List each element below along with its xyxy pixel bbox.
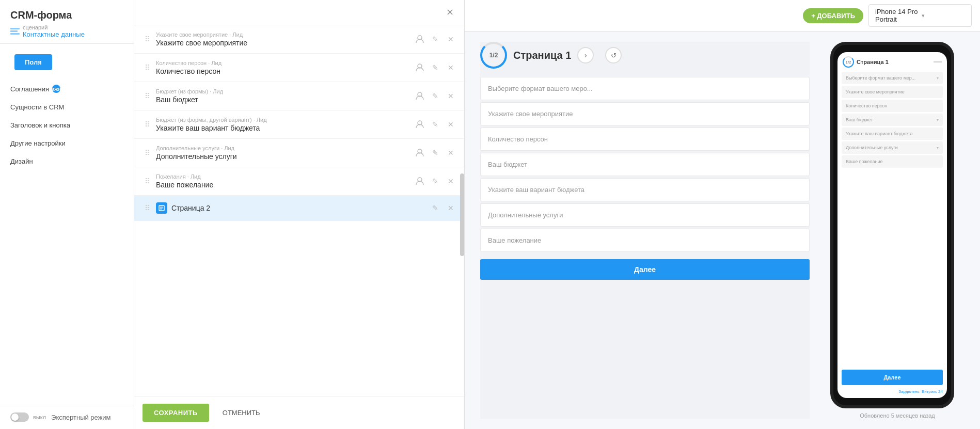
sidebar-item-header-button[interactable]: Заголовок и кнопка: [0, 116, 134, 134]
desktop-field-3: Ваш бюджет: [480, 153, 810, 176]
mobile-page-indicator: 1/2: [845, 60, 851, 65]
field-actions: ✎ ✕: [414, 118, 457, 131]
entities-label: Сущности в CRM: [10, 103, 64, 111]
refresh-button[interactable]: ↺: [605, 47, 622, 63]
right-toolbar: + ДОБАВИТЬ iPhone 14 Pro Portrait ▾: [465, 0, 980, 31]
field-content: Бюджет (из формы, другой вариант) · Лид …: [156, 117, 409, 132]
field-meta: Бюджет (из формы) · Лид: [156, 88, 409, 94]
important-badge: важно: [52, 85, 60, 93]
field-edit-icon[interactable]: ✎: [429, 61, 441, 74]
field-edit-icon[interactable]: ✎: [429, 90, 441, 102]
field-item-event: ⠿ Укажите свое мероприятие · Лид Укажите…: [134, 25, 464, 54]
expert-mode-toggle[interactable]: [10, 412, 29, 422]
right-panel: + ДОБАВИТЬ iPhone 14 Pro Portrait ▾ 1/2 …: [465, 0, 980, 429]
field-user-icon[interactable]: [414, 118, 426, 131]
close-button[interactable]: ✕: [442, 5, 457, 20]
app-title: CRM-форма: [10, 9, 123, 21]
field-user-icon[interactable]: [414, 147, 426, 159]
field-actions: ✎ ✕: [414, 33, 457, 45]
left-nav: Поля Соглашения важно Сущности в CRM Заг…: [0, 44, 134, 405]
mobile-page-badge: 1/2 Страница 1: [837, 52, 947, 70]
fields-list: ⠿ Укажите свое мероприятие · Лид Укажите…: [134, 25, 464, 396]
sidebar-item-design[interactable]: Дизайн: [0, 152, 134, 170]
mobile-next-button[interactable]: Далее: [842, 370, 943, 385]
field-delete-icon[interactable]: ✕: [445, 33, 457, 45]
mobile-frame: 1/2 Страница 1 Выберите формат вашего ме…: [830, 42, 954, 408]
sidebar-item-other-settings[interactable]: Другие настройки: [0, 134, 134, 152]
powered-by-brand: Битрикс 24: [922, 389, 943, 394]
design-label: Дизайн: [10, 157, 33, 165]
page-icon: [156, 202, 167, 214]
next-page-arrow[interactable]: ›: [577, 47, 594, 63]
scenario-link[interactable]: Контактные данные: [23, 30, 85, 38]
page-edit-icon[interactable]: ✎: [429, 202, 441, 214]
mobile-field-3: Ваш бюджет ▾: [842, 114, 943, 126]
preview-area: 1/2 Страница 1 › ↺ Выберите формат вашег…: [465, 31, 980, 429]
updated-text: Обновлено 5 месяцев назад: [830, 412, 965, 419]
field-item-wishes: ⠿ Пожелания · Лид Ваше пожелание ✎ ✕: [134, 167, 464, 196]
drag-handle[interactable]: ⠿: [145, 35, 150, 43]
field-edit-icon[interactable]: ✎: [429, 147, 441, 159]
field-delete-icon[interactable]: ✕: [445, 147, 457, 159]
mobile-chevron-icon: ▾: [937, 146, 939, 150]
field-actions: ✎ ✕: [429, 202, 457, 214]
center-panel: ✕ ⠿ Укажите свое мероприятие · Лид Укажи…: [134, 0, 465, 429]
drag-handle[interactable]: ⠿: [145, 92, 150, 100]
expert-mode-label: Экспертный режим: [51, 414, 110, 421]
nav-fields-section[interactable]: Поля: [14, 54, 52, 70]
field-delete-icon[interactable]: ✕: [445, 90, 457, 102]
field-meta: Бюджет (из формы, другой вариант) · Лид: [156, 117, 409, 123]
sidebar-item-entities[interactable]: Сущности в CRM: [0, 98, 134, 116]
desktop-field-2: Количество персон: [480, 128, 810, 151]
toggle-knob: [11, 414, 19, 421]
scenario-icon: [10, 28, 20, 35]
mobile-field-1: Укажите свое мероприятие: [842, 86, 943, 98]
cancel-button[interactable]: ОТМЕНИТЬ: [214, 404, 268, 422]
left-header: CRM-форма сценарий Контактные данные: [0, 0, 134, 44]
field-user-icon[interactable]: [414, 33, 426, 45]
field-edit-icon[interactable]: ✎: [429, 175, 441, 187]
sidebar-item-agreements[interactable]: Соглашения важно: [0, 80, 134, 98]
next-button-desktop[interactable]: Далее: [480, 259, 810, 280]
save-button[interactable]: СОХРАНИТЬ: [143, 404, 209, 422]
field-item-budget: ⠿ Бюджет (из формы) · Лид Ваш бюджет ✎ ✕: [134, 82, 464, 110]
field-content: Дополнительные услуги · Лид Дополнительн…: [156, 145, 409, 161]
desktop-field-4: Укажите ваш вариант бюджета: [480, 178, 810, 201]
svg-rect-0: [10, 28, 20, 29]
page-item-2: ⠿ Страница 2 ✎ ✕: [134, 196, 464, 221]
field-edit-icon[interactable]: ✎: [429, 33, 441, 45]
desktop-form-fields: Выберите формат вашего меро... Укажите с…: [480, 77, 810, 280]
drag-handle[interactable]: ⠿: [145, 204, 150, 212]
field-meta: Количество персон · Лид: [156, 60, 409, 66]
desktop-field-6: Ваше пожелание: [480, 229, 810, 252]
mobile-field-2: Количество персон: [842, 100, 943, 112]
field-delete-icon[interactable]: ✕: [445, 61, 457, 74]
field-user-icon[interactable]: [414, 90, 426, 102]
mobile-field-5: Дополнительные услуги ▾: [842, 141, 943, 154]
device-selector[interactable]: iPhone 14 Pro Portrait ▾: [868, 4, 972, 27]
scrollbar-thumb[interactable]: [460, 173, 464, 256]
field-edit-icon[interactable]: ✎: [429, 118, 441, 131]
field-delete-icon[interactable]: ✕: [445, 118, 457, 131]
field-delete-icon[interactable]: ✕: [445, 175, 457, 187]
page-circle: 1/2: [480, 42, 507, 69]
drag-handle[interactable]: ⠿: [145, 149, 150, 157]
drag-handle[interactable]: ⠿: [145, 177, 150, 185]
mobile-fields: Выберите формат вашего мер... ▾ Укажите …: [837, 70, 947, 368]
page-delete-icon[interactable]: ✕: [445, 202, 457, 214]
mobile-footer: Зарделено: Битрикс 24: [837, 387, 947, 398]
field-meta: Дополнительные услуги · Лид: [156, 145, 409, 151]
page-indicator: 1/2: [489, 52, 498, 59]
mobile-field-0: Выберите формат вашего мер... ▾: [842, 72, 943, 84]
field-user-icon[interactable]: [414, 61, 426, 74]
mobile-field-6: Ваше пожелание: [842, 155, 943, 168]
left-panel: CRM-форма сценарий Контактные данные Пол…: [0, 0, 134, 429]
mobile-preview-wrapper: 1/2 Страница 1 Выберите формат вашего ме…: [830, 42, 965, 419]
chevron-down-icon: ▾: [922, 12, 965, 19]
drag-handle[interactable]: ⠿: [145, 120, 150, 129]
field-user-icon[interactable]: [414, 175, 426, 187]
desktop-field-1: Укажите свое мероприятие: [480, 102, 810, 125]
field-name: Укажите свое мероприятие: [156, 39, 409, 47]
add-button[interactable]: + ДОБАВИТЬ: [803, 8, 863, 23]
drag-handle[interactable]: ⠿: [145, 63, 150, 72]
